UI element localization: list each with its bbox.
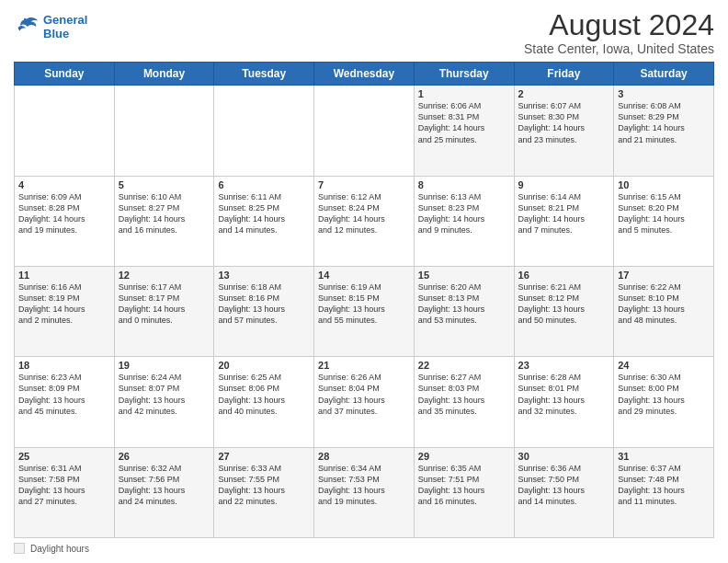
- day-of-week-header: Sunday: [15, 63, 115, 86]
- day-info: Sunrise: 6:09 AM Sunset: 8:28 PM Dayligh…: [18, 191, 110, 236]
- calendar-day-cell: 1Sunrise: 6:06 AM Sunset: 8:31 PM Daylig…: [414, 86, 514, 176]
- day-number: 6: [218, 179, 310, 190]
- day-info: Sunrise: 6:11 AM Sunset: 8:25 PM Dayligh…: [218, 191, 310, 236]
- main-title: August 2024: [524, 9, 714, 41]
- calendar-week-row: 1Sunrise: 6:06 AM Sunset: 8:31 PM Daylig…: [15, 86, 714, 176]
- title-block: August 2024 State Center, Iowa, United S…: [524, 9, 714, 56]
- calendar-week-row: 11Sunrise: 6:16 AM Sunset: 8:19 PM Dayli…: [15, 266, 714, 356]
- calendar-day-cell: 24Sunrise: 6:30 AM Sunset: 8:00 PM Dayli…: [614, 357, 714, 447]
- day-info: Sunrise: 6:35 AM Sunset: 7:51 PM Dayligh…: [418, 463, 510, 508]
- calendar-day-cell: 13Sunrise: 6:18 AM Sunset: 8:16 PM Dayli…: [214, 266, 314, 356]
- calendar-day-cell: 5Sunrise: 6:10 AM Sunset: 8:27 PM Daylig…: [114, 176, 214, 266]
- day-number: 13: [218, 270, 310, 281]
- day-info: Sunrise: 6:36 AM Sunset: 7:50 PM Dayligh…: [518, 463, 610, 508]
- day-number: 3: [618, 88, 710, 99]
- calendar-day-cell: 16Sunrise: 6:21 AM Sunset: 8:12 PM Dayli…: [514, 266, 614, 356]
- day-info: Sunrise: 6:26 AM Sunset: 8:04 PM Dayligh…: [318, 372, 410, 417]
- page: General Blue August 2024 State Center, I…: [0, 0, 728, 563]
- calendar-week-row: 18Sunrise: 6:23 AM Sunset: 8:09 PM Dayli…: [15, 357, 714, 447]
- day-info: Sunrise: 6:13 AM Sunset: 8:23 PM Dayligh…: [418, 191, 510, 236]
- logo-text: General Blue: [43, 13, 87, 40]
- day-number: 24: [618, 360, 710, 371]
- day-info: Sunrise: 6:19 AM Sunset: 8:15 PM Dayligh…: [318, 282, 410, 327]
- day-of-week-header: Wednesday: [314, 63, 415, 86]
- day-number: 28: [318, 451, 410, 462]
- logo: General Blue: [14, 13, 87, 40]
- calendar-day-cell: 21Sunrise: 6:26 AM Sunset: 8:04 PM Dayli…: [314, 357, 415, 447]
- legend-box: [14, 543, 25, 554]
- day-number: 26: [119, 451, 210, 462]
- header-row: SundayMondayTuesdayWednesdayThursdayFrid…: [15, 63, 714, 86]
- day-number: 11: [18, 270, 110, 281]
- calendar-week-row: 4Sunrise: 6:09 AM Sunset: 8:28 PM Daylig…: [15, 176, 714, 266]
- calendar-day-cell: 6Sunrise: 6:11 AM Sunset: 8:25 PM Daylig…: [214, 176, 314, 266]
- calendar-day-cell: 10Sunrise: 6:15 AM Sunset: 8:20 PM Dayli…: [614, 176, 714, 266]
- day-number: 20: [218, 360, 310, 371]
- day-info: Sunrise: 6:21 AM Sunset: 8:12 PM Dayligh…: [518, 282, 610, 327]
- calendar-day-cell: 17Sunrise: 6:22 AM Sunset: 8:10 PM Dayli…: [614, 266, 714, 356]
- calendar-day-cell: 28Sunrise: 6:34 AM Sunset: 7:53 PM Dayli…: [314, 447, 415, 537]
- day-number: 27: [218, 451, 310, 462]
- calendar-day-cell: 15Sunrise: 6:20 AM Sunset: 8:13 PM Dayli…: [414, 266, 514, 356]
- calendar-body: 1Sunrise: 6:06 AM Sunset: 8:31 PM Daylig…: [15, 86, 714, 538]
- day-number: 4: [18, 179, 110, 190]
- calendar-day-cell: 9Sunrise: 6:14 AM Sunset: 8:21 PM Daylig…: [514, 176, 614, 266]
- day-number: 22: [418, 360, 510, 371]
- day-info: Sunrise: 6:10 AM Sunset: 8:27 PM Dayligh…: [119, 191, 210, 236]
- day-info: Sunrise: 6:08 AM Sunset: 8:29 PM Dayligh…: [618, 100, 710, 145]
- day-of-week-header: Thursday: [414, 63, 514, 86]
- calendar-day-cell: 30Sunrise: 6:36 AM Sunset: 7:50 PM Dayli…: [514, 447, 614, 537]
- day-number: 17: [618, 270, 710, 281]
- calendar-day-cell: 4Sunrise: 6:09 AM Sunset: 8:28 PM Daylig…: [15, 176, 115, 266]
- day-info: Sunrise: 6:27 AM Sunset: 8:03 PM Dayligh…: [418, 372, 510, 417]
- day-number: 14: [318, 270, 410, 281]
- day-info: Sunrise: 6:22 AM Sunset: 8:10 PM Dayligh…: [618, 282, 710, 327]
- day-of-week-header: Monday: [114, 63, 214, 86]
- day-number: 21: [318, 360, 410, 371]
- day-info: Sunrise: 6:12 AM Sunset: 8:24 PM Dayligh…: [318, 191, 410, 236]
- calendar-day-cell: 22Sunrise: 6:27 AM Sunset: 8:03 PM Dayli…: [414, 357, 514, 447]
- day-number: 9: [518, 179, 610, 190]
- day-number: 19: [119, 360, 210, 371]
- day-number: 5: [119, 179, 210, 190]
- day-info: Sunrise: 6:20 AM Sunset: 8:13 PM Dayligh…: [418, 282, 510, 327]
- footer: Daylight hours: [14, 543, 714, 554]
- calendar-day-cell: 14Sunrise: 6:19 AM Sunset: 8:15 PM Dayli…: [314, 266, 415, 356]
- day-info: Sunrise: 6:07 AM Sunset: 8:30 PM Dayligh…: [518, 100, 610, 145]
- calendar-day-cell: [214, 86, 314, 176]
- day-info: Sunrise: 6:15 AM Sunset: 8:20 PM Dayligh…: [618, 191, 710, 236]
- calendar-day-cell: 26Sunrise: 6:32 AM Sunset: 7:56 PM Dayli…: [114, 447, 214, 537]
- day-number: 23: [518, 360, 610, 371]
- day-info: Sunrise: 6:17 AM Sunset: 8:17 PM Dayligh…: [119, 282, 210, 327]
- sub-title: State Center, Iowa, United States: [524, 41, 714, 56]
- calendar-day-cell: 7Sunrise: 6:12 AM Sunset: 8:24 PM Daylig…: [314, 176, 415, 266]
- day-number: 16: [518, 270, 610, 281]
- day-info: Sunrise: 6:34 AM Sunset: 7:53 PM Dayligh…: [318, 463, 410, 508]
- calendar-day-cell: [114, 86, 214, 176]
- day-number: 12: [119, 270, 210, 281]
- calendar-day-cell: [15, 86, 115, 176]
- day-of-week-header: Tuesday: [214, 63, 314, 86]
- calendar-day-cell: 12Sunrise: 6:17 AM Sunset: 8:17 PM Dayli…: [114, 266, 214, 356]
- day-number: 31: [618, 451, 710, 462]
- calendar-day-cell: 25Sunrise: 6:31 AM Sunset: 7:58 PM Dayli…: [15, 447, 115, 537]
- day-number: 15: [418, 270, 510, 281]
- day-info: Sunrise: 6:31 AM Sunset: 7:58 PM Dayligh…: [18, 463, 110, 508]
- day-info: Sunrise: 6:23 AM Sunset: 8:09 PM Dayligh…: [18, 372, 110, 417]
- calendar-day-cell: 29Sunrise: 6:35 AM Sunset: 7:51 PM Dayli…: [414, 447, 514, 537]
- day-info: Sunrise: 6:18 AM Sunset: 8:16 PM Dayligh…: [218, 282, 310, 327]
- calendar-day-cell: 19Sunrise: 6:24 AM Sunset: 8:07 PM Dayli…: [114, 357, 214, 447]
- day-number: 18: [18, 360, 110, 371]
- day-number: 8: [418, 179, 510, 190]
- calendar-header: SundayMondayTuesdayWednesdayThursdayFrid…: [15, 63, 714, 86]
- day-info: Sunrise: 6:30 AM Sunset: 8:00 PM Dayligh…: [618, 372, 710, 417]
- calendar-week-row: 25Sunrise: 6:31 AM Sunset: 7:58 PM Dayli…: [15, 447, 714, 537]
- calendar-day-cell: [314, 86, 415, 176]
- day-number: 29: [418, 451, 510, 462]
- calendar-day-cell: 27Sunrise: 6:33 AM Sunset: 7:55 PM Dayli…: [214, 447, 314, 537]
- day-info: Sunrise: 6:32 AM Sunset: 7:56 PM Dayligh…: [119, 463, 210, 508]
- day-number: 1: [418, 88, 510, 99]
- day-info: Sunrise: 6:16 AM Sunset: 8:19 PM Dayligh…: [18, 282, 110, 327]
- day-info: Sunrise: 6:06 AM Sunset: 8:31 PM Dayligh…: [418, 100, 510, 145]
- day-of-week-header: Saturday: [614, 63, 714, 86]
